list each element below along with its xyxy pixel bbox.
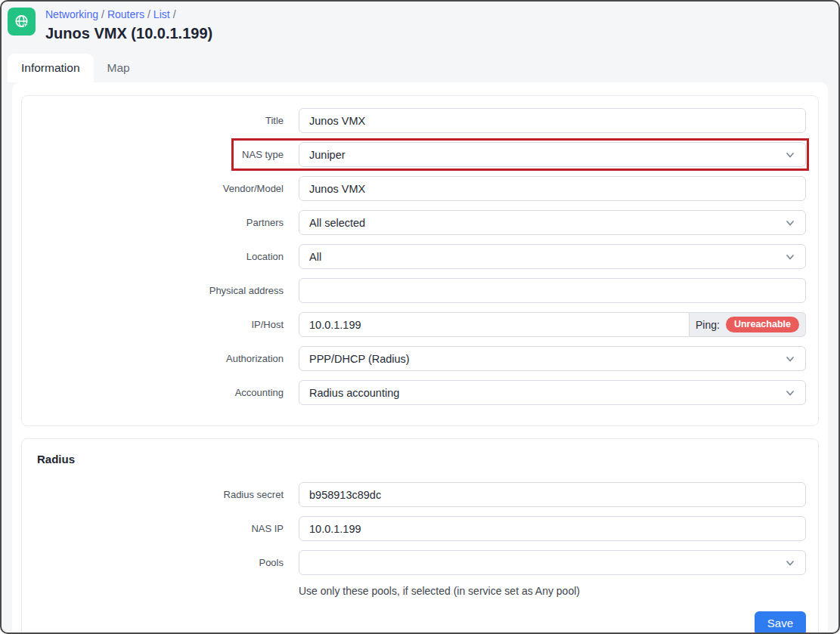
chevron-down-icon (785, 218, 795, 228)
ip-host-input[interactable] (299, 312, 690, 337)
tab-bar: Information Map (8, 54, 831, 82)
form-row-partners: Partners All selected (34, 210, 806, 235)
page-header: Networking/Routers/List/ Junos VMX (10.0… (2, 2, 838, 82)
form-row-radius-secret: Radius secret (34, 482, 806, 507)
radius-heading: Radius (37, 453, 806, 465)
vendor-model-input[interactable] (299, 176, 806, 201)
chevron-down-icon (785, 150, 795, 160)
nas-type-value: Juniper (309, 149, 779, 161)
nas-type-label: NAS type (34, 149, 299, 161)
title-label: Title (34, 115, 299, 127)
radius-secret-input[interactable] (299, 482, 806, 507)
nas-type-select[interactable]: Juniper (299, 142, 806, 167)
partners-value: All selected (309, 217, 779, 229)
breadcrumb-separator: / (101, 8, 104, 20)
accounting-value: Radius accounting (309, 387, 779, 399)
partners-select[interactable]: All selected (299, 210, 806, 235)
nas-ip-label: NAS IP (34, 523, 299, 535)
breadcrumb-separator: / (173, 8, 176, 20)
ip-host-label: IP/Host (34, 319, 299, 331)
chevron-down-icon (785, 558, 795, 568)
location-label: Location (34, 251, 299, 263)
breadcrumb-routers[interactable]: Routers (107, 8, 144, 20)
form-row-nas-ip: NAS IP (34, 516, 806, 541)
page-title: Junos VMX (10.0.1.199) (45, 24, 212, 42)
form-row-authorization: Authorization PPP/DHCP (Radius) (34, 346, 806, 371)
authorization-label: Authorization (34, 353, 299, 365)
pools-label: Pools (34, 557, 299, 569)
breadcrumb-separator: / (147, 8, 150, 20)
authorization-value: PPP/DHCP (Radius) (309, 353, 779, 365)
accounting-label: Accounting (34, 387, 299, 399)
breadcrumb-networking[interactable]: Networking (45, 8, 98, 20)
chevron-down-icon (785, 252, 795, 262)
chevron-down-icon (785, 388, 795, 398)
physical-address-label: Physical address (34, 285, 299, 297)
accounting-select[interactable]: Radius accounting (299, 380, 806, 405)
tab-information[interactable]: Information (8, 54, 94, 82)
tab-map[interactable]: Map (94, 54, 144, 82)
form-row-location: Location All (34, 244, 806, 269)
breadcrumb: Networking/Routers/List/ (45, 8, 212, 21)
chevron-down-icon (785, 354, 795, 364)
ping-status: Ping: Unreachable (690, 312, 806, 337)
vendor-model-label: Vendor/Model (34, 183, 299, 195)
breadcrumb-list[interactable]: List (153, 8, 170, 20)
app-window: Networking/Routers/List/ Junos VMX (10.0… (0, 0, 840, 634)
form-row-ip-host: IP/Host Ping: Unreachable (34, 312, 806, 337)
ping-unreachable-badge: Unreachable (726, 317, 799, 332)
radius-secret-label: Radius secret (34, 489, 299, 501)
information-card: Title NAS type Juniper Vendor/Model (21, 95, 819, 426)
form-row-nas-type: NAS type Juniper (34, 142, 806, 167)
pools-hint: Use only these pools, if selected (in se… (299, 584, 806, 598)
form-row-vendor-model: Vendor/Model (34, 176, 806, 201)
ping-label: Ping: (696, 319, 720, 331)
title-input[interactable] (299, 108, 806, 133)
save-button[interactable]: Save (755, 611, 806, 632)
partners-label: Partners (34, 217, 299, 229)
form-row-pools: Pools (34, 550, 806, 575)
location-value: All (309, 251, 779, 263)
authorization-select[interactable]: PPP/DHCP (Radius) (299, 346, 806, 371)
form-row-title: Title (34, 108, 806, 133)
physical-address-input[interactable] (299, 278, 806, 303)
globe-cursor-icon (8, 8, 36, 36)
location-select[interactable]: All (299, 244, 806, 269)
radius-card: Radius Radius secret NAS IP Pools (21, 438, 819, 632)
pools-select[interactable] (299, 550, 806, 575)
tab-panel-information: Title NAS type Juniper Vendor/Model (12, 82, 828, 632)
form-row-accounting: Accounting Radius accounting (34, 380, 806, 405)
form-row-physical-address: Physical address (34, 278, 806, 303)
nas-ip-input[interactable] (299, 516, 806, 541)
